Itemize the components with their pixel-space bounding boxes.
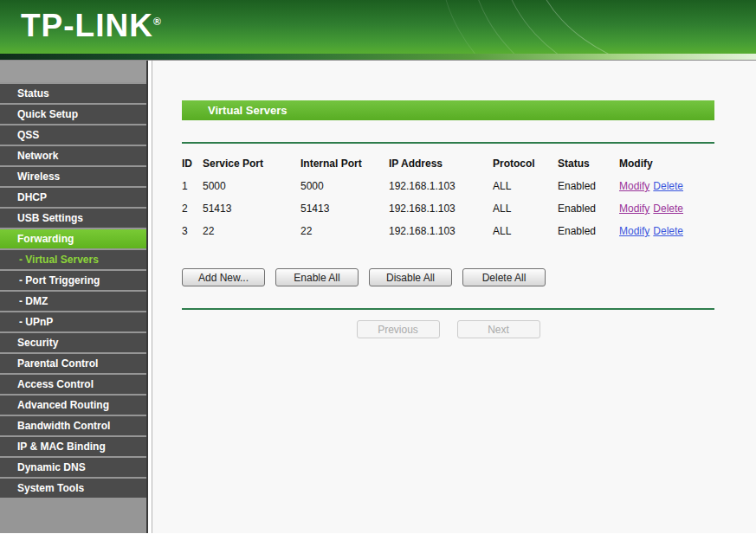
sidebar-item-system-tools[interactable]: System Tools	[0, 479, 146, 498]
action-button-row: Add New...Enable AllDisable AllDelete Al…	[182, 268, 756, 286]
cell-protocol: ALL	[493, 225, 558, 237]
cell-service-port: 22	[203, 225, 300, 237]
cell-ip-address: 192.168.1.103	[389, 203, 493, 215]
delete-link[interactable]: Delete	[653, 225, 683, 237]
cell-id: 2	[182, 203, 203, 215]
virtual-servers-table: IDService PortInternal PortIP AddressPro…	[182, 152, 714, 242]
registered-trademark: ®	[153, 16, 162, 28]
sidebar-menu: StatusQuick SetupQSSNetworkWirelessDHCPU…	[0, 84, 146, 533]
cell-ip-address: 192.168.1.103	[389, 180, 493, 192]
delete-all-button[interactable]: Delete All	[462, 268, 546, 286]
sidebar-item-status[interactable]: Status	[0, 84, 146, 103]
sidebar-item-quick-setup[interactable]: Quick Setup	[0, 105, 146, 124]
sidebar-item-wireless[interactable]: Wireless	[0, 167, 146, 186]
pagination: Previous Next	[182, 320, 714, 338]
next-button[interactable]: Next	[457, 320, 540, 338]
sidebar-item-virtual-servers[interactable]: - Virtual Servers	[0, 250, 146, 269]
delete-link[interactable]: Delete	[653, 203, 683, 215]
sidebar-item-bandwidth-control[interactable]: Bandwidth Control	[0, 416, 146, 435]
cell-protocol: ALL	[493, 180, 558, 192]
sidebar-item-port-triggering[interactable]: - Port Triggering	[0, 271, 146, 290]
column-header: ID	[182, 158, 203, 170]
column-header: Internal Port	[300, 158, 389, 170]
sidebar-item-forwarding[interactable]: Forwarding	[0, 229, 146, 248]
bottom-separator	[182, 308, 714, 310]
main-content: Virtual Servers IDService PortInternal P…	[152, 61, 756, 533]
sidebar-nav: StatusQuick SetupQSSNetworkWirelessDHCPU…	[0, 61, 148, 533]
sidebar-item-parental-control[interactable]: Parental Control	[0, 354, 146, 373]
cell-ip-address: 192.168.1.103	[389, 225, 493, 237]
table-row: 150005000192.168.1.103ALLEnabledModifyDe…	[182, 175, 714, 197]
header-divider-band	[0, 54, 756, 61]
cell-status: Enabled	[558, 225, 619, 237]
table-row: 32222192.168.1.103ALLEnabledModifyDelete	[182, 220, 714, 242]
sidebar-item-dmz[interactable]: - DMZ	[0, 292, 146, 311]
cell-id: 3	[182, 225, 203, 237]
cell-service-port: 51413	[203, 203, 300, 215]
add-new-button[interactable]: Add New...	[182, 268, 265, 286]
column-header: IP Address	[389, 158, 493, 170]
page-body: StatusQuick SetupQSSNetworkWirelessDHCPU…	[0, 61, 756, 533]
modify-link[interactable]: Modify	[619, 180, 649, 192]
tplink-logo: TP-LINK®	[21, 8, 162, 44]
delete-link[interactable]: Delete	[653, 180, 683, 192]
cell-modify: ModifyDelete	[619, 180, 714, 192]
cell-protocol: ALL	[493, 203, 558, 215]
sidebar-item-dhcp[interactable]: DHCP	[0, 188, 146, 207]
column-header: Status	[558, 158, 619, 170]
page-title: Virtual Servers	[182, 100, 714, 120]
modify-link[interactable]: Modify	[619, 225, 649, 237]
header-swirl-decoration	[440, 0, 756, 54]
column-header: Service Port	[203, 158, 300, 170]
title-separator	[182, 142, 714, 144]
sidebar-item-ip-mac-binding[interactable]: IP & MAC Binding	[0, 437, 146, 456]
header-swirl-decoration	[531, 0, 756, 54]
table-row: 25141351413192.168.1.103ALLEnabledModify…	[182, 197, 714, 220]
modify-link[interactable]: Modify	[619, 203, 649, 215]
sidebar-item-usb-settings[interactable]: USB Settings	[0, 209, 146, 228]
cell-status: Enabled	[558, 203, 619, 215]
sidebar-item-network[interactable]: Network	[0, 146, 146, 165]
sidebar-item-upnp[interactable]: - UPnP	[0, 312, 146, 331]
sidebar-item-advanced-routing[interactable]: Advanced Routing	[0, 396, 146, 415]
header-swirl-decoration	[470, 0, 756, 54]
previous-button[interactable]: Previous	[357, 320, 440, 338]
app-header: TP-LINK®	[0, 0, 756, 54]
cell-internal-port: 22	[300, 225, 389, 237]
column-header: Modify	[619, 158, 714, 170]
cell-internal-port: 51413	[300, 203, 389, 215]
table-header-row: IDService PortInternal PortIP AddressPro…	[182, 152, 714, 175]
cell-status: Enabled	[558, 180, 619, 192]
cell-modify: ModifyDelete	[619, 225, 714, 237]
header-swirl-decoration	[501, 0, 756, 54]
sidebar-top-spacer	[0, 61, 146, 82]
cell-service-port: 5000	[203, 180, 300, 192]
disable-all-button[interactable]: Disable All	[369, 268, 452, 286]
cell-modify: ModifyDelete	[619, 203, 714, 215]
sidebar-item-dynamic-dns[interactable]: Dynamic DNS	[0, 458, 146, 477]
cell-id: 1	[182, 180, 203, 192]
column-header: Protocol	[493, 158, 558, 170]
cell-internal-port: 5000	[300, 180, 389, 192]
enable-all-button[interactable]: Enable All	[275, 268, 359, 286]
sidebar-item-security[interactable]: Security	[0, 333, 146, 352]
sidebar-item-access-control[interactable]: Access Control	[0, 375, 146, 394]
sidebar-item-qss[interactable]: QSS	[0, 125, 146, 145]
